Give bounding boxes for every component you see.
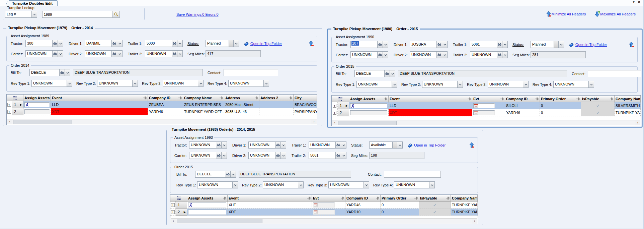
status-blank-button[interactable] (554, 41, 558, 48)
binoculars-icon[interactable] (111, 40, 117, 47)
event-cell[interactable]: LLD (51, 101, 148, 108)
tractor-value[interactable]: UNKNOWN (189, 142, 216, 148)
lookup-type-select[interactable]: Leg # (5, 11, 37, 18)
pin-icon[interactable] (307, 196, 311, 200)
col-header-ispayable[interactable]: IsPayable (419, 195, 451, 202)
binoculars-icon[interactable] (275, 152, 280, 159)
col-header-event[interactable]: Event (228, 195, 312, 202)
trailer2-combo[interactable]: UNKNOWN (470, 51, 508, 58)
dropdown-arrow-icon[interactable] (383, 52, 388, 58)
rev-type2-select[interactable]: UNKNOWN (97, 80, 138, 87)
carrier-combo[interactable]: UNKNOWN (189, 152, 227, 159)
scroll-left-icon[interactable]: ‹ (171, 219, 176, 224)
trip-folder-icon[interactable] (244, 41, 249, 46)
dropdown-arrow-icon[interactable] (392, 81, 397, 88)
dropdown-arrow-icon[interactable] (263, 80, 269, 87)
col-header-assign-assets[interactable]: Assign Assets (187, 195, 228, 202)
dropdown-arrow-icon[interactable] (177, 40, 182, 47)
column-chooser-icon[interactable] (176, 196, 181, 201)
tractor-value[interactable]: 107 (351, 41, 359, 46)
driver2-combo[interactable]: UNKNOWN (85, 50, 123, 57)
scrollbar-thumb[interactable] (13, 120, 72, 124)
pin-icon[interactable] (341, 196, 344, 200)
tractor-combo[interactable]: 107 (350, 41, 388, 48)
calendar-icon[interactable] (314, 203, 318, 207)
binoculars-icon[interactable] (384, 70, 390, 77)
status-value[interactable]: Available (370, 142, 392, 148)
binoculars-icon[interactable] (59, 69, 65, 76)
status-combo[interactable]: Planned (531, 41, 564, 48)
col-header-company-name[interactable]: Company Name (183, 95, 224, 101)
rev-type1-value[interactable]: UNKNOWN (197, 182, 232, 188)
dropdown-arrow-icon[interactable] (298, 182, 303, 188)
col-header-city[interactable]: City (294, 95, 317, 101)
evt-cell[interactable] (312, 209, 345, 216)
grid-corner-cell[interactable] (332, 96, 349, 102)
column-chooser-icon[interactable] (13, 96, 17, 100)
expand-plus-icon[interactable]: + (171, 210, 175, 214)
driver2-value[interactable]: UNKNOWN (249, 152, 275, 159)
dropdown-arrow-icon[interactable] (280, 142, 286, 148)
company-name-cell[interactable]: TURNPIKE YARD (615, 109, 641, 116)
bill-to-value[interactable]: DEECLE (30, 69, 59, 76)
dropdown-arrow-icon[interactable] (67, 80, 72, 87)
pin-icon[interactable] (289, 96, 292, 100)
assign-assets-cell[interactable] (23, 101, 51, 108)
tab-list-dropdown-icon[interactable]: ▾ (633, 0, 635, 4)
driver1-value[interactable]: JOSBRA (410, 41, 436, 48)
binoculars-icon[interactable] (216, 152, 221, 159)
event-cell[interactable]: XDT (51, 108, 148, 115)
binoculars-icon[interactable] (52, 40, 58, 47)
binoculars-icon[interactable] (172, 51, 177, 57)
expand-plus-icon[interactable]: + (171, 203, 175, 207)
dropdown-arrow-icon[interactable] (221, 152, 227, 159)
row-number-cell[interactable]: 1▶ (338, 102, 349, 109)
pin-icon[interactable] (178, 96, 182, 100)
company-id-cell[interactable]: YARD10 (345, 209, 381, 216)
dropdown-arrow-icon[interactable] (31, 11, 37, 17)
grid-corner-cell[interactable] (7, 95, 23, 101)
binoculars-icon[interactable] (172, 40, 177, 47)
dropdown-arrow-icon[interactable] (442, 41, 447, 48)
status-combo[interactable]: Planned (206, 40, 239, 47)
driver1-value[interactable]: DANMIL (85, 40, 111, 47)
dropdown-arrow-icon[interactable] (65, 69, 70, 76)
trailer1-combo[interactable]: UNKNOWN (309, 141, 346, 149)
open-trip-folder-link[interactable]: Open in Trip Folder (250, 42, 282, 46)
col-header-primary-order[interactable]: Primary Order (540, 96, 581, 102)
dropdown-arrow-icon[interactable] (221, 142, 227, 148)
company-id-cell[interactable]: YARD46 (505, 109, 540, 116)
row-number-cell[interactable]: 1 (176, 202, 187, 209)
tractor-combo[interactable]: 300 (25, 40, 63, 47)
col-header-evt[interactable]: Evt (472, 96, 505, 102)
address-cell[interactable]: 3035 U.S. 46 (224, 108, 259, 115)
event-cell[interactable]: LLD (389, 102, 472, 109)
rev-type1-select[interactable]: UNKNOWN (197, 181, 238, 188)
pin-icon[interactable] (468, 97, 471, 101)
company-id-cell[interactable]: YARD46 (148, 108, 183, 115)
binoculars-icon[interactable] (497, 52, 502, 58)
ispayable-cell[interactable] (419, 202, 451, 209)
dropdown-arrow-icon[interactable] (383, 41, 388, 48)
rev-type3-select[interactable]: UNKNOWN (488, 81, 529, 88)
evt-cell[interactable] (472, 109, 505, 116)
lookup-search-input[interactable] (42, 11, 112, 18)
col-header-ispayable[interactable]: IsPayable (581, 96, 615, 102)
status-value[interactable]: Planned (531, 41, 554, 48)
primary-order-cell[interactable]: 0 (540, 109, 581, 116)
scroll-left-icon[interactable]: ‹ (7, 119, 12, 124)
calendar-icon[interactable] (474, 104, 478, 108)
primary-order-cell[interactable]: 0 (540, 102, 581, 109)
assign-assets-cell[interactable] (187, 209, 228, 216)
trip-folder-icon[interactable] (407, 142, 413, 148)
dropdown-arrow-icon[interactable] (117, 40, 122, 47)
scrollbar-thumb[interactable] (177, 219, 262, 223)
driver2-value[interactable]: UNKNOWN (410, 52, 436, 58)
dropdown-arrow-icon[interactable] (341, 152, 346, 159)
company-name-cell[interactable]: ZEUS ENTERPRISES (183, 101, 224, 108)
primary-order-cell[interactable]: 0 (381, 209, 419, 216)
ispayable-cell[interactable] (581, 102, 615, 109)
carrier-combo[interactable]: UNKNOWN (350, 51, 388, 58)
binoculars-icon[interactable] (497, 41, 502, 48)
dropdown-arrow-icon[interactable] (390, 70, 395, 77)
